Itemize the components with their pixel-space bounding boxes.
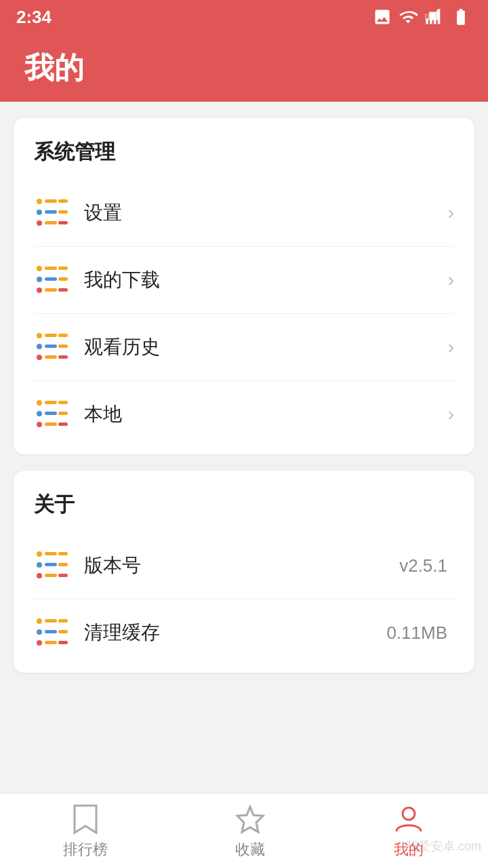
svg-rect-14 [45,267,57,270]
svg-point-10 [37,220,42,226]
svg-rect-27 [58,344,68,348]
chevron-icon-settings: › [448,202,454,224]
section-title-about: 关于 [34,491,454,519]
svg-point-37 [37,422,42,427]
svg-rect-1 [430,16,432,24]
mine-icon [392,803,425,835]
svg-rect-33 [58,401,68,404]
svg-point-43 [37,562,42,568]
svg-rect-42 [58,552,68,555]
svg-point-7 [37,210,42,215]
menu-item-clear-cache[interactable]: 清理缓存0.11MB [34,599,454,666]
nav-label-mine: 我的 [394,840,424,860]
menu-item-version[interactable]: 版本号v2.5.1 [34,532,454,599]
svg-point-59 [403,808,415,820]
svg-rect-18 [58,277,68,281]
list-icon-history [34,329,70,366]
status-bar: 2:34 [0,0,488,34]
svg-rect-8 [45,210,57,214]
svg-rect-15 [58,267,68,270]
signal-icon [424,7,443,26]
list-icon-downloads [34,262,70,298]
svg-rect-9 [58,210,68,214]
image-icon [373,7,392,26]
svg-point-16 [37,277,42,282]
svg-point-52 [37,629,42,635]
svg-point-4 [37,199,42,204]
svg-rect-38 [45,422,57,426]
content-area: 系统管理设置›我的下载›观看历史›本地›关于版本号v2.5.1清理缓存0.11M… [0,102,488,689]
svg-rect-32 [45,401,57,404]
svg-rect-41 [45,552,57,555]
svg-rect-12 [58,221,68,224]
list-icon-settings [34,195,70,231]
svg-point-25 [37,344,42,349]
svg-rect-36 [58,412,68,415]
menu-item-history[interactable]: 观看历史› [34,314,454,381]
svg-rect-51 [58,619,68,623]
chevron-icon-local: › [448,403,454,425]
svg-rect-21 [58,288,68,292]
menu-label-history: 观看历史 [84,334,448,360]
menu-item-downloads[interactable]: 我的下载› [34,247,454,314]
list-icon-local [34,396,70,433]
menu-item-settings[interactable]: 设置› [34,180,454,247]
svg-rect-2 [434,12,436,24]
svg-point-49 [37,618,42,624]
section-title-system: 系统管理 [34,138,454,166]
wifi-icon [399,7,418,26]
list-icon-version [34,547,70,584]
nav-item-mine[interactable]: 我的 [379,797,439,865]
svg-point-40 [37,551,42,557]
svg-rect-5 [45,199,57,203]
bottom-nav: 排行榜 收藏 我的 [0,793,488,868]
svg-rect-29 [45,355,57,359]
svg-point-28 [37,355,42,360]
menu-label-settings: 设置 [84,200,448,226]
card-system: 系统管理设置›我的下载›观看历史›本地› [14,118,474,454]
svg-rect-56 [45,641,57,644]
menu-item-local[interactable]: 本地› [34,381,454,448]
svg-rect-48 [58,574,68,577]
svg-point-22 [37,333,42,338]
svg-rect-23 [45,334,57,337]
svg-rect-54 [58,630,68,633]
svg-point-55 [37,640,42,646]
svg-rect-24 [58,334,68,337]
svg-rect-39 [58,422,68,426]
chevron-icon-history: › [448,336,454,358]
nav-item-favorites[interactable]: 收藏 [220,797,280,865]
svg-rect-44 [45,563,57,566]
nav-label-ranking: 排行榜 [63,840,108,860]
svg-marker-58 [237,807,263,832]
svg-point-31 [37,400,42,406]
page-title: 我的 [24,48,84,88]
svg-rect-20 [45,288,57,292]
svg-point-13 [37,266,42,271]
menu-label-downloads: 我的下载 [84,267,448,293]
menu-value-version: v2.5.1 [399,555,447,576]
svg-rect-26 [45,344,57,348]
svg-rect-57 [58,641,68,644]
list-icon-clear-cache [34,614,70,651]
menu-label-clear-cache: 清理缓存 [84,620,386,646]
menu-label-local: 本地 [84,401,448,427]
svg-point-46 [37,573,42,578]
page-header: 我的 [0,34,488,102]
status-time: 2:34 [16,7,52,28]
svg-rect-47 [45,574,57,577]
chevron-icon-downloads: › [448,269,454,291]
favorites-icon [234,803,266,835]
nav-item-ranking[interactable]: 排行榜 [49,797,121,865]
svg-rect-6 [58,199,68,203]
svg-rect-30 [58,355,68,359]
svg-point-19 [37,288,42,293]
svg-rect-17 [45,277,57,281]
svg-point-34 [37,411,42,416]
nav-label-favorites: 收藏 [235,840,265,860]
svg-rect-45 [58,563,68,566]
status-icons [373,7,472,26]
card-about: 关于版本号v2.5.1清理缓存0.11MB [14,471,474,673]
svg-rect-0 [426,18,428,24]
menu-value-clear-cache: 0.11MB [386,623,447,644]
